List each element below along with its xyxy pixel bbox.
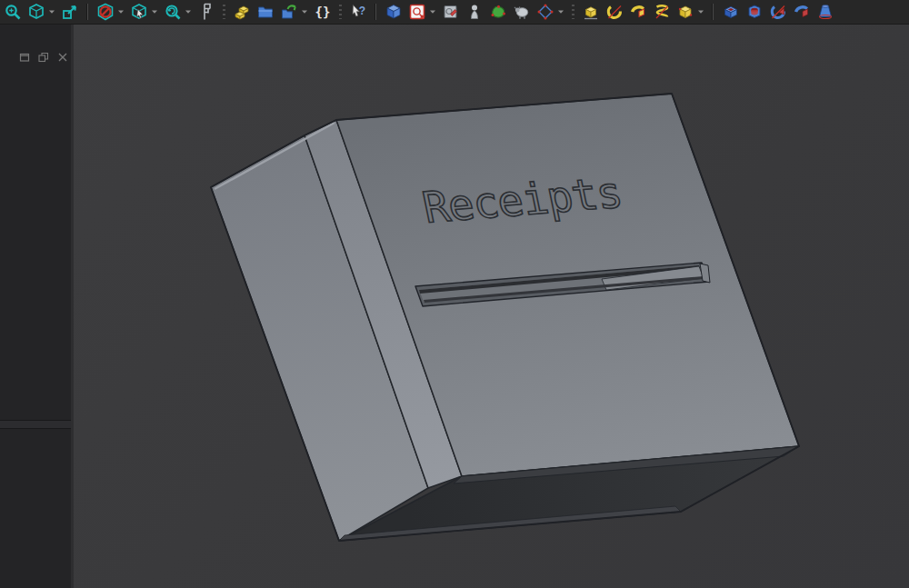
macro-expression-button[interactable]: {} [313,2,333,22]
cube-icon [27,3,45,21]
toolbar-drag-handle[interactable] [572,5,574,19]
view-zoom-selection-button[interactable] [60,2,80,22]
svg-text:?: ? [359,5,365,17]
toolbar-separator [375,4,376,20]
receipt-box-model[interactable] [211,94,799,541]
export-arrow-icon [280,3,298,21]
view-cube-select-button-dropdown[interactable] [150,2,159,22]
square-arrow-icon [61,3,79,21]
part-workbench-button[interactable] [384,2,404,22]
box-yellow-icon [676,3,694,21]
part-blocks-button[interactable] [232,2,252,22]
magnifier-icon [4,3,22,21]
additive-primitive-button-dropdown[interactable] [696,2,705,22]
open-document-button[interactable] [255,2,275,22]
no-circle-icon [96,3,115,21]
loft-blue-icon [816,3,834,21]
view-fit-all-button[interactable] [3,2,23,22]
pad-button[interactable] [581,2,601,22]
helix-yellow-icon [653,3,671,21]
pipe-blue-icon [793,3,811,21]
export-button[interactable] [279,2,299,22]
additive-helix-button[interactable] [652,2,672,22]
dock-float-button[interactable] [37,51,49,63]
pocket-blue-icon [722,3,740,21]
create-sketch-button[interactable] [407,2,427,22]
sheep-icon [513,3,531,21]
revolve-yellow-icon [605,3,624,21]
pawn-icon [465,3,484,21]
create-body-button[interactable] [464,2,484,22]
subtractive-loft-button[interactable] [815,2,835,22]
toolbar-separator [713,4,714,20]
clone-button[interactable] [512,2,532,22]
caliper-icon [197,3,215,21]
view-refresh-zoom-button-dropdown[interactable] [184,2,193,22]
validate-sketch-button[interactable] [441,2,461,22]
property-panel[interactable] [0,428,71,588]
blocks-yellow-icon [233,3,251,21]
view-cube-select-button[interactable] [129,2,149,22]
dock-titlebar-buttons [18,51,68,63]
view-refresh-zoom-button[interactable] [163,2,183,22]
diamond-points-icon [536,3,554,21]
view-isometric-button[interactable] [26,2,46,22]
restore-icon [19,52,30,63]
sketch-new-icon [408,3,426,21]
freecad-window: {}? [0,0,909,588]
dock-restore-button[interactable] [18,51,30,63]
float-icon [38,52,49,63]
toolbar-drag-handle[interactable] [339,5,342,19]
whats-this-help-button[interactable]: ? [348,2,368,22]
sketch-edit-icon [442,3,460,21]
create-sketch-button-dropdown[interactable] [428,2,437,22]
braces-icon: {} [314,3,332,21]
folder-icon [256,3,275,21]
clipping-plane-button-dropdown[interactable] [116,2,125,22]
hole-blue-icon [745,3,764,21]
pocket-button[interactable] [721,2,741,22]
clipping-plane-button[interactable] [95,2,115,22]
measure-button[interactable] [196,2,216,22]
toolbar: {}? [0,0,909,25]
view-isometric-button-dropdown[interactable] [47,2,56,22]
close-icon [57,52,68,63]
3d-viewport[interactable]: Receipts [74,25,909,588]
datum-button-dropdown[interactable] [556,2,565,22]
groove-button[interactable] [768,2,788,22]
subtractive-pipe-button[interactable] [792,2,812,22]
magnifier-rotate-icon [164,3,182,21]
hole-button[interactable] [744,2,764,22]
revolution-button[interactable] [604,2,624,22]
pipe-yellow-icon [629,3,647,21]
additive-pipe-button[interactable] [628,2,648,22]
groove-blue-icon [769,3,787,21]
3d-scene: Receipts [74,25,909,588]
shape-binder-button[interactable] [488,2,508,22]
toolbar-separator [87,4,88,20]
green-shape-icon [489,3,507,21]
svg-text:{}: {} [315,5,331,19]
left-dock-panel [0,25,74,588]
export-button-dropdown[interactable] [300,2,309,22]
cursor-help-icon: ? [349,3,367,21]
pad-yellow-icon [582,3,600,21]
cube-blue-icon [385,3,403,21]
cube-cursor-icon [130,3,148,21]
toolbar-drag-handle[interactable] [223,5,225,19]
main-area: Receipts [0,25,909,588]
dock-close-button[interactable] [56,51,68,63]
additive-primitive-button[interactable] [675,2,695,22]
model-tree-panel[interactable] [0,66,71,420]
datum-button[interactable] [535,2,555,22]
